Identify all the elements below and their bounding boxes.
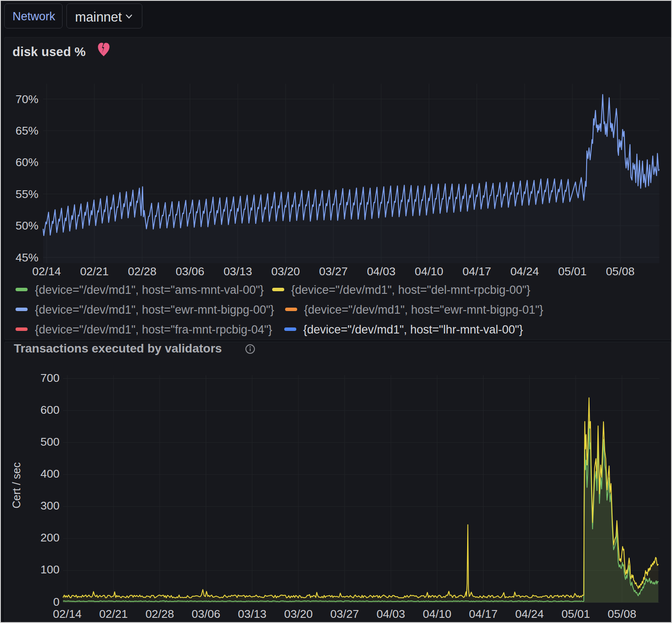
svg-text:04/24: 04/24 [515,607,544,620]
svg-text:03/27: 03/27 [319,265,348,278]
svg-text:500: 500 [41,435,60,448]
svg-text:04/03: 04/03 [367,265,396,278]
svg-text:04/17: 04/17 [462,265,491,278]
svg-text:65%: 65% [16,124,38,137]
svg-text:05/01: 05/01 [562,607,590,620]
svg-text:04/10: 04/10 [423,607,451,620]
svg-text:60%: 60% [16,156,38,169]
svg-text:04/10: 04/10 [415,265,443,278]
svg-text:50%: 50% [16,219,38,232]
svg-text:600: 600 [41,403,60,416]
svg-text:200: 200 [41,531,60,544]
svg-text:03/20: 03/20 [284,607,313,620]
svg-text:400: 400 [41,467,60,480]
svg-text:700: 700 [41,371,60,384]
svg-text:100: 100 [41,563,60,576]
svg-text:02/28: 02/28 [145,607,174,620]
svg-text:0: 0 [53,595,60,608]
svg-text:02/14: 02/14 [53,607,82,620]
svg-text:04/17: 04/17 [469,607,497,620]
svg-text:04/03: 04/03 [377,607,405,620]
svg-text:03/13: 03/13 [223,265,252,278]
svg-text:02/21: 02/21 [80,265,109,278]
svg-text:02/28: 02/28 [128,265,157,278]
svg-text:02/21: 02/21 [99,607,128,620]
svg-text:Cert / sec: Cert / sec [10,463,22,509]
svg-text:03/27: 03/27 [330,607,359,620]
svg-text:03/20: 03/20 [271,265,300,278]
svg-text:03/06: 03/06 [192,607,220,620]
svg-text:02/14: 02/14 [32,265,61,278]
svg-text:05/08: 05/08 [606,265,634,278]
svg-text:03/13: 03/13 [238,607,267,620]
svg-text:05/01: 05/01 [558,265,587,278]
svg-text:04/24: 04/24 [510,265,539,278]
svg-text:03/06: 03/06 [176,265,204,278]
svg-text:70%: 70% [16,93,38,106]
svg-text:55%: 55% [16,188,38,201]
svg-text:45%: 45% [16,251,38,264]
svg-text:05/08: 05/08 [608,607,636,620]
svg-text:300: 300 [41,499,60,512]
